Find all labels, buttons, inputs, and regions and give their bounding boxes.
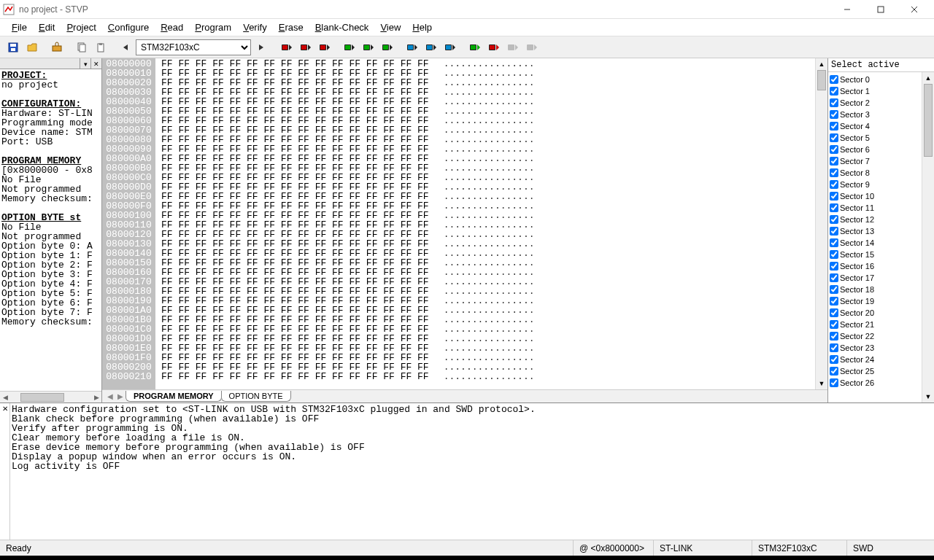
sector-checkbox[interactable] (830, 133, 838, 142)
sector-item[interactable]: Sector 2 (830, 97, 920, 109)
sector-checkbox[interactable] (830, 320, 838, 329)
sector-item[interactable]: Sector 8 (830, 167, 920, 179)
left-h-scrollbar[interactable]: ◀▶ (0, 391, 101, 402)
sector-checkbox[interactable] (830, 227, 838, 236)
sector-item[interactable]: Sector 3 (830, 109, 920, 120)
sector-checkbox[interactable] (830, 157, 838, 166)
sector-checkbox[interactable] (830, 343, 838, 352)
sector-checkbox[interactable] (830, 273, 838, 282)
chip-action-icon[interactable] (277, 39, 295, 56)
sector-checkbox[interactable] (830, 122, 838, 131)
maximize-button[interactable] (864, 0, 898, 19)
chip-action-icon[interactable] (359, 39, 377, 56)
sector-item[interactable]: Sector 4 (830, 120, 920, 132)
menu-read[interactable]: Read (155, 20, 189, 34)
chip-action-icon[interactable] (441, 39, 458, 56)
menu-view[interactable]: View (374, 20, 406, 34)
tab-prev-icon[interactable]: ◀ (105, 392, 115, 400)
minimize-button[interactable] (830, 0, 864, 19)
sector-checkbox[interactable] (830, 285, 838, 294)
sector-checkbox[interactable] (830, 192, 838, 201)
sector-checkbox[interactable] (830, 250, 838, 259)
sector-checkbox[interactable] (830, 308, 838, 317)
sector-checkbox[interactable] (830, 87, 838, 96)
sector-item[interactable]: Sector 21 (830, 319, 920, 330)
panel-dropdown-icon[interactable]: ▾ (80, 58, 90, 69)
chip-action-icon[interactable] (340, 39, 358, 56)
sector-checkbox[interactable] (830, 367, 838, 376)
sector-checkbox[interactable] (830, 332, 838, 341)
copy-icon[interactable] (73, 39, 90, 56)
sector-checkbox[interactable] (830, 378, 838, 387)
sector-item[interactable]: Sector 25 (830, 365, 920, 377)
menu-project[interactable]: Project (61, 20, 101, 34)
chip-action-icon[interactable] (466, 39, 483, 56)
sector-item[interactable]: Sector 13 (830, 225, 920, 237)
tab-next-icon[interactable]: ▶ (115, 392, 126, 400)
tab-option-byte[interactable]: OPTION BYTE (221, 391, 291, 402)
sector-checkbox[interactable] (830, 168, 838, 177)
sector-item[interactable]: Sector 6 (830, 144, 920, 155)
sector-checkbox[interactable] (830, 203, 838, 212)
sector-item[interactable]: Sector 5 (830, 132, 920, 144)
hex-bytes-column[interactable]: FF FF FF FF FF FF FF FF FF FF FF FF FF F… (155, 58, 432, 389)
log-close-icon[interactable]: ✕ (0, 403, 10, 540)
log-output: Hardware configuration set to <ST-LINK o… (10, 403, 934, 540)
save-icon[interactable] (4, 39, 22, 56)
sector-v-scrollbar[interactable]: ▲▼ (922, 72, 934, 402)
tab-program-memory[interactable]: PROGRAM MEMORY (126, 391, 222, 402)
sector-item[interactable]: Sector 26 (830, 377, 920, 389)
svg-rect-35 (508, 44, 514, 50)
menu-configure[interactable]: Configure (102, 20, 155, 34)
sector-item[interactable]: Sector 10 (830, 190, 920, 202)
sector-checkbox[interactable] (830, 145, 838, 154)
sector-item[interactable]: Sector 0 (830, 74, 920, 85)
next-device-icon[interactable] (252, 39, 270, 56)
sector-checkbox[interactable] (830, 180, 838, 189)
menu-help[interactable]: Help (406, 20, 438, 34)
chip-action-icon[interactable] (403, 39, 420, 56)
sector-checkbox[interactable] (830, 98, 838, 107)
menu-blank-check[interactable]: Blank-Check (309, 20, 375, 34)
sector-checkbox[interactable] (830, 238, 838, 247)
chip-action-icon[interactable] (422, 39, 439, 56)
close-button[interactable] (898, 0, 931, 19)
sector-item[interactable]: Sector 9 (830, 179, 920, 190)
menu-verify[interactable]: Verify (237, 20, 273, 34)
chip-action-icon[interactable] (378, 39, 395, 56)
sector-item[interactable]: Sector 1 (830, 85, 920, 97)
sector-item[interactable]: Sector 23 (830, 342, 920, 354)
sector-checkbox[interactable] (830, 297, 838, 306)
sector-item[interactable]: Sector 18 (830, 284, 920, 295)
menu-erase[interactable]: Erase (273, 20, 309, 34)
sector-item[interactable]: Sector 11 (830, 202, 920, 214)
menu-edit[interactable]: Edit (33, 20, 61, 34)
sector-item[interactable]: Sector 7 (830, 155, 920, 167)
prev-device-icon[interactable] (117, 39, 134, 56)
chip-action-icon[interactable] (485, 39, 502, 56)
configure-icon[interactable] (48, 39, 66, 56)
sector-item[interactable]: Sector 14 (830, 237, 920, 249)
sector-checkbox[interactable] (830, 215, 838, 224)
hex-v-scrollbar[interactable]: ▲▼ (815, 58, 827, 389)
open-icon[interactable] (23, 39, 41, 56)
sector-item[interactable]: Sector 24 (830, 354, 920, 365)
sector-checkbox[interactable] (830, 262, 838, 271)
sector-item[interactable]: Sector 17 (830, 272, 920, 284)
sector-item[interactable]: Sector 20 (830, 307, 920, 319)
sector-item[interactable]: Sector 15 (830, 249, 920, 260)
sector-item[interactable]: Sector 22 (830, 330, 920, 342)
device-select[interactable]: STM32F103xC (136, 39, 251, 55)
sector-checkbox[interactable] (830, 75, 838, 84)
chip-action-icon[interactable] (296, 39, 314, 56)
menu-file[interactable]: File (6, 20, 33, 34)
menu-program[interactable]: Program (189, 20, 237, 34)
sector-item[interactable]: Sector 19 (830, 295, 920, 307)
chip-action-icon[interactable] (315, 39, 333, 56)
sector-item[interactable]: Sector 16 (830, 260, 920, 272)
paste-icon[interactable] (92, 39, 109, 56)
sector-checkbox[interactable] (830, 110, 838, 119)
sector-item[interactable]: Sector 12 (830, 214, 920, 225)
panel-close-icon[interactable]: ✕ (90, 58, 101, 69)
sector-checkbox[interactable] (830, 355, 838, 364)
